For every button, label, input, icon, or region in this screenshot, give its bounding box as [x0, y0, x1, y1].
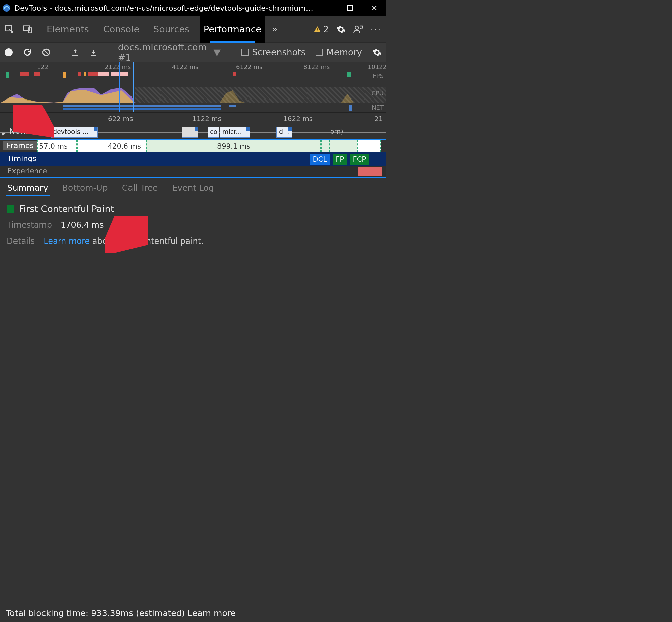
- tab-event-log[interactable]: Event Log: [171, 179, 215, 196]
- window-titlebar: DevTools - docs.microsoft.com/en-us/micr…: [0, 0, 386, 16]
- fcp-badge[interactable]: FCP: [350, 154, 369, 165]
- reload-record-button[interactable]: [23, 48, 32, 57]
- svg-line-16: [111, 219, 142, 246]
- settings-icon[interactable]: [336, 25, 346, 34]
- dcl-badge[interactable]: DCL: [310, 154, 330, 165]
- warnings-count: 2: [323, 24, 329, 34]
- screenshots-checkbox[interactable]: Screenshots: [241, 47, 305, 57]
- capture-settings-icon[interactable]: [372, 48, 382, 57]
- inspect-element-icon[interactable]: [5, 25, 14, 34]
- tab-elements[interactable]: Elements: [43, 16, 92, 43]
- details-label: Details: [7, 236, 35, 246]
- timings-label: Timings: [7, 154, 36, 163]
- summary-pane: First Contentful Paint Timestamp 1706.4 …: [0, 196, 386, 277]
- network-track[interactable]: ▸ Network devtools-... co micr... d... o…: [0, 125, 386, 139]
- overview-ruler: 122 2122 ms 4122 ms 6122 ms 8122 ms 1012…: [0, 62, 386, 72]
- expand-icon[interactable]: ▸: [2, 129, 6, 137]
- main-tabbar: Elements Console Sources Performance » 2…: [0, 16, 386, 43]
- timestamp-label: Timestamp: [7, 220, 52, 230]
- network-request-block[interactable]: [182, 127, 198, 138]
- cpu-label: CPU: [371, 90, 384, 97]
- warnings-badge[interactable]: 2: [314, 24, 329, 34]
- tab-sources[interactable]: Sources: [150, 16, 193, 43]
- svg-rect-5: [5, 25, 12, 31]
- maximize-button[interactable]: [338, 0, 362, 16]
- device-toolbar-icon[interactable]: [23, 25, 32, 34]
- network-request-block[interactable]: om): [328, 127, 349, 138]
- more-tabs-icon[interactable]: »: [272, 24, 278, 35]
- svg-rect-2: [348, 6, 352, 10]
- memory-checkbox[interactable]: Memory: [316, 47, 362, 57]
- flame-ruler: 122 622 ms 1122 ms 1622 ms 21: [0, 113, 386, 125]
- window-title: DevTools - docs.microsoft.com/en-us/micr…: [14, 4, 314, 12]
- fp-badge[interactable]: FP: [333, 154, 347, 165]
- network-request-block[interactable]: d...: [276, 127, 292, 138]
- more-menu-icon[interactable]: ···: [371, 25, 382, 33]
- timestamp-value: 1706.4 ms: [61, 220, 104, 230]
- playhead[interactable]: [119, 62, 120, 112]
- annotation-arrow: [105, 216, 148, 253]
- network-request-block[interactable]: co: [208, 127, 219, 138]
- feedback-icon[interactable]: [353, 24, 363, 34]
- experience-label: Experience: [7, 167, 47, 175]
- performance-toolbar: docs.microsoft.com #1 ▼ Screenshots Memo…: [0, 43, 386, 62]
- recording-target-label: docs.microsoft.com #1: [118, 42, 209, 63]
- tab-call-tree[interactable]: Call Tree: [121, 179, 159, 196]
- upload-profile-button[interactable]: [71, 48, 79, 56]
- dropdown-icon: ▼: [214, 47, 221, 57]
- tab-bottom-up[interactable]: Bottom-Up: [61, 179, 109, 196]
- recording-target-select[interactable]: docs.microsoft.com #1 ▼: [118, 42, 221, 63]
- cpu-idle-hatch: [135, 87, 386, 103]
- timings-track[interactable]: Timings DCL FP FCP: [0, 152, 386, 166]
- net-label: NET: [372, 104, 384, 111]
- svg-line-12: [44, 50, 49, 54]
- frames-track[interactable]: Frames 57.0 ms 420.6 ms 899.1 ms: [0, 139, 386, 152]
- experience-track[interactable]: Experience: [0, 166, 386, 177]
- fcp-swatch: [7, 205, 14, 213]
- svg-point-10: [355, 26, 358, 29]
- net-strip: [0, 105, 386, 108]
- network-request-block[interactable]: devtools-...: [51, 127, 98, 138]
- summary-title: First Contentful Paint: [19, 204, 114, 214]
- learn-more-link[interactable]: Learn more: [43, 236, 90, 246]
- frames-label: Frames: [3, 141, 37, 150]
- minimize-button[interactable]: [314, 0, 338, 16]
- selection-range[interactable]: [63, 62, 134, 112]
- tab-performance[interactable]: Performance: [200, 16, 265, 43]
- svg-rect-13: [72, 55, 78, 56]
- download-profile-button[interactable]: [89, 48, 97, 56]
- fps-label: FPS: [373, 72, 384, 79]
- clear-button[interactable]: [42, 48, 51, 57]
- tab-summary[interactable]: Summary: [6, 179, 50, 196]
- overview-timeline[interactable]: 122 2122 ms 4122 ms 6122 ms 8122 ms 1012…: [0, 62, 386, 113]
- experience-block[interactable]: [358, 167, 382, 176]
- flamechart[interactable]: 122 622 ms 1122 ms 1622 ms 21 ▸ Network …: [0, 113, 386, 177]
- record-button[interactable]: [5, 48, 13, 56]
- svg-rect-9: [317, 30, 318, 31]
- svg-rect-8: [317, 28, 318, 30]
- app-icon: [3, 4, 11, 12]
- svg-rect-14: [91, 55, 96, 56]
- close-button[interactable]: [362, 0, 386, 16]
- annotation-arrow: [13, 105, 54, 138]
- network-request-block[interactable]: micr...: [220, 127, 250, 138]
- svg-line-15: [17, 108, 46, 128]
- details-tabbar: Summary Bottom-Up Call Tree Event Log: [0, 177, 386, 196]
- tab-console[interactable]: Console: [100, 16, 143, 43]
